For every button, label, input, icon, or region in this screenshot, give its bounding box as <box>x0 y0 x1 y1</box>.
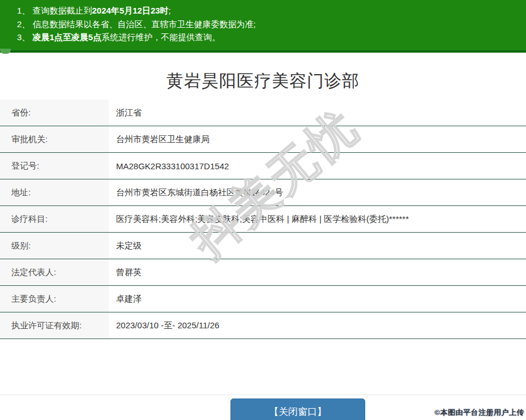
row-value: 未定级 <box>109 233 142 259</box>
notice-punct: ; <box>169 6 171 15</box>
row-label: 地址: <box>0 179 109 205</box>
table-row-medical-subjects: 诊疗科目: 医疗美容科;美容外科;美容皮肤科;美容中医科 | 麻醉科 | 医学检… <box>0 206 526 233</box>
notice-number: 2、 <box>17 19 33 29</box>
row-value: 医疗美容科;美容外科;美容皮肤科;美容中医科 | 麻醉科 | 医学检验科(委托)… <box>109 206 409 232</box>
row-label: 审批机关: <box>0 126 109 152</box>
table-row-address: 地址: 台州市黄岩区东城街道白杨社区黄椒路424号 <box>0 179 526 206</box>
notice-number: 1、 <box>17 6 33 15</box>
row-value: 曾群英 <box>109 259 142 285</box>
row-label: 主要负责人: <box>0 286 109 312</box>
notice-line-1: 1、 查询数据截止到2024年5月12日23时; <box>0 4 526 18</box>
notice-text: 系统进行维护，不能提供查询。 <box>101 32 220 42</box>
table-row-level: 级别: 未定级 <box>0 233 526 259</box>
row-value: 台州市黄岩区卫生健康局 <box>109 126 209 152</box>
row-label: 执业许可证有效期: <box>0 312 109 338</box>
table-row-license-validity: 执业许可证有效期: 2023/03/10 -至- 2025/11/26 <box>0 312 526 339</box>
row-value: 2023/03/10 -至- 2025/11/26 <box>109 312 219 338</box>
institution-info-table: 省份: 浙江省 审批机关: 台州市黄岩区卫生健康局 登记号: MA28GK2R3… <box>0 100 526 339</box>
row-value: MA28GK2R333100317D1542 <box>109 153 229 179</box>
row-label: 诊疗科目: <box>0 206 109 232</box>
notice-bold-maintenance: 凌晨1点至凌晨5点 <box>33 32 102 42</box>
row-value: 浙江省 <box>109 100 142 126</box>
row-label: 级别: <box>0 233 109 259</box>
page-title: 黄岩昊阳医疗美容门诊部 <box>0 70 526 93</box>
notice-text: 信息数据结果以各省、自治区、直辖市卫生健康委数据为准; <box>33 19 256 29</box>
table-row-approval-authority: 审批机关: 台州市黄岩区卫生健康局 <box>0 126 526 153</box>
row-value: 卓建泽 <box>109 286 142 312</box>
banner-corner-decoration <box>0 49 11 54</box>
notice-text: 查询数据截止到 <box>33 6 92 15</box>
row-value: 台州市黄岩区东城街道白杨社区黄椒路424号 <box>109 179 283 205</box>
notice-line-3: 3、 凌晨1点至凌晨5点系统进行维护，不能提供查询。 <box>0 31 526 44</box>
row-label: 法定代表人: <box>0 259 109 285</box>
notice-banner: 1、 查询数据截止到2024年5月12日23时; 2、 信息数据结果以各省、自治… <box>0 0 526 53</box>
table-row-province: 省份: 浙江省 <box>0 100 526 126</box>
footer-divider <box>0 395 526 395</box>
notice-line-2: 2、 信息数据结果以各省、自治区、直辖市卫生健康委数据为准; <box>0 18 526 31</box>
notice-bold-date: 2024年5月12日23时 <box>92 6 169 15</box>
table-row-legal-representative: 法定代表人: 曾群英 <box>0 259 526 286</box>
row-label: 省份: <box>0 100 109 126</box>
table-row-registration-number: 登记号: MA28GK2R333100317D1542 <box>0 153 526 179</box>
close-window-button[interactable]: 【关闭窗口】 <box>230 398 365 420</box>
row-label: 登记号: <box>0 153 109 179</box>
upload-attribution-watermark: ©本图由平台注册用户上传 <box>434 408 524 418</box>
notice-number: 3、 <box>17 32 33 42</box>
table-row-principal: 主要负责人: 卓建泽 <box>0 286 526 312</box>
